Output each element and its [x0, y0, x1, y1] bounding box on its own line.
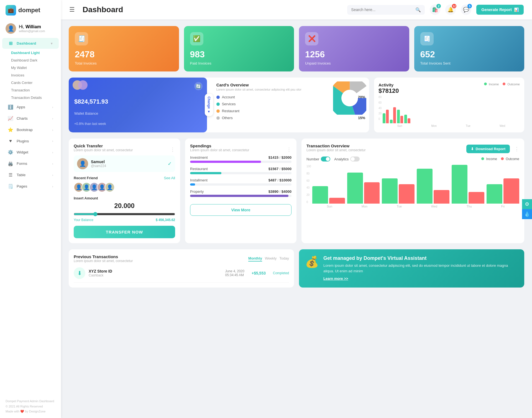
bell-notification-btn[interactable]: 🔔 12: [445, 4, 456, 15]
user-info: Hi, William william@gmail.com: [19, 24, 45, 33]
transfer-now-button[interactable]: TRANSFER NOW: [74, 226, 175, 238]
view-more-button[interactable]: View More: [190, 204, 291, 216]
message-notification-btn[interactable]: 💬 5: [461, 4, 471, 15]
spending-bar-fill: [190, 183, 195, 186]
footer-made: Made with ❤️ by DesignZone: [6, 409, 55, 414]
more-options-icon[interactable]: ⋮: [287, 147, 291, 153]
refresh-button[interactable]: 🔄: [194, 82, 203, 90]
check-icon: ✅: [193, 35, 200, 42]
activity-panel: Activity $78120 Income Outcome: [374, 78, 524, 132]
va-title: Get managed by Dompet's Virtual Assistan…: [323, 255, 518, 261]
download-report-button[interactable]: ⬇ Download Report: [466, 145, 510, 153]
spending-investment: Investment $1415 / $2000: [190, 155, 291, 163]
sidebar-item-dashboard[interactable]: ⊞ Dashboard ▼: [2, 38, 59, 49]
analytics-label: Analytics: [334, 157, 349, 161]
sidebar-item-pages[interactable]: 🗒️ Pages ›: [2, 181, 59, 192]
x-labels: SunMonTueWed: [383, 124, 520, 127]
tab-today[interactable]: Today: [279, 256, 289, 261]
activity-title: Activity: [378, 83, 399, 87]
search-input[interactable]: [351, 7, 413, 12]
insert-amount-label: Insert Amount: [74, 196, 175, 200]
analytics-toggle[interactable]: [350, 157, 360, 161]
more-options-icon[interactable]: ⋮: [170, 147, 175, 153]
pie-chart-svg: [333, 81, 366, 115]
outcome-legend-item: Outcome: [501, 157, 519, 161]
chevron-right-icon: ›: [52, 151, 53, 154]
recent-friend-header: Recent Friend See All: [74, 176, 175, 180]
prev-tx-row: Previous Transactions Lorem ipsum dolor …: [69, 249, 524, 288]
submenu-item-my-wallet[interactable]: My Wallet: [6, 64, 61, 71]
circle2: [78, 80, 88, 90]
shopping-notification-btn[interactable]: 🛍️ 2: [430, 4, 440, 15]
chevron-right-icon: ›: [52, 139, 53, 143]
account-dot: [216, 96, 220, 99]
sidebar-item-label: Widget: [17, 150, 28, 154]
va-learn-more-link[interactable]: Learn more >>: [323, 276, 518, 281]
sidebar-item-table[interactable]: ☰ Table ›: [2, 170, 59, 180]
invoice-icon: 🧾: [78, 35, 85, 42]
outcome-bar: [469, 192, 484, 204]
toggle-knob: [326, 157, 330, 161]
water-sticky-button[interactable]: 💧: [522, 209, 532, 219]
right-sticky-panel: ⚙ 💧: [522, 199, 532, 219]
sidebar-item-plugins[interactable]: ♥ Plugins ›: [2, 136, 59, 146]
water-icon: 💧: [524, 211, 530, 217]
submenu-item-dashboard-light[interactable]: Dashboard Light: [6, 49, 61, 57]
submenu-item-transaction-details[interactable]: Transaction Details: [6, 94, 61, 101]
tab-monthly[interactable]: Monthly: [248, 256, 262, 261]
outcome-bar: [364, 182, 380, 204]
spending-restaurant: Restaurant $1567 / $5000: [190, 167, 291, 174]
spending-bar-fill: [190, 172, 221, 174]
sidebar-item-label: Forms: [17, 161, 27, 166]
spending-bar-bg: [190, 195, 291, 197]
quick-transfer-subtitle: Lorem ipsum dolor sit amet, consectetur: [74, 148, 133, 152]
spending-property: Property $3890 / $4000: [190, 189, 291, 197]
wallet-circles: [73, 80, 88, 91]
activity-amount: $78120: [378, 87, 399, 94]
wallet-balance-amount: $824,571.93: [74, 98, 201, 105]
cards-overview-right: Card's Overview Lorem ipsum dolor sit am…: [207, 78, 369, 132]
number-toggle[interactable]: [321, 157, 330, 161]
tab-weekly[interactable]: Weekly: [265, 256, 277, 261]
charts-icon: 📈: [8, 116, 13, 121]
income-bar: [382, 178, 398, 204]
submenu-item-invoices[interactable]: Invoices: [6, 71, 61, 79]
main-content: ☰ Dashboard 🔍 🛍️ 2 🔔 12 💬 5 Generate Rep…: [61, 0, 532, 418]
content-area: 🧾 2478 Total Invoices ✅ 983 Paid Invoice…: [61, 19, 532, 418]
sidebar-item-label: Bootstrap: [17, 128, 33, 132]
wallet-balance-label: Wallet Balance: [74, 111, 201, 116]
balance-amount: $ 456,345.62: [156, 218, 175, 222]
unpaid-invoices-number: 1256: [305, 49, 403, 60]
sidebar-item-apps[interactable]: ℹ️ Apps ›: [2, 102, 59, 112]
bar-tue: [397, 110, 403, 123]
sidebar-item-widget[interactable]: ⚙️ Widget ›: [2, 147, 59, 158]
tx-date: June 4, 2020 05:34:45 AM: [225, 269, 244, 277]
sidebar-item-charts[interactable]: 📈 Charts ›: [2, 113, 59, 124]
footer-copy: © 2021 All Rights Reserved: [6, 404, 55, 409]
submenu-item-transaction[interactable]: Transaction: [6, 86, 61, 94]
change-button[interactable]: Change ▼: [205, 94, 213, 116]
number-toggle-group: Number: [306, 157, 330, 161]
submenu-item-dashboard-dark[interactable]: Dashboard Dark: [6, 57, 61, 64]
bar-mon: [347, 173, 380, 204]
more-options-icon[interactable]: ⋮: [514, 146, 519, 152]
tx-bars: [312, 165, 519, 204]
amount-slider[interactable]: [74, 212, 175, 216]
spending-bar-fill: [190, 161, 261, 163]
tx-type: Cashback: [89, 273, 112, 277]
tx-name: XYZ Store ID: [89, 269, 112, 273]
submenu-item-cards-center[interactable]: Cards Center: [6, 79, 61, 86]
spendings-header: Spendings Lorem ipsum dolor sit amet, co…: [190, 143, 291, 155]
settings-sticky-button[interactable]: ⚙: [522, 199, 532, 209]
see-all-link[interactable]: See All: [164, 176, 175, 180]
svg-point-4: [341, 90, 358, 106]
contact-avatar: 👤: [77, 158, 88, 169]
hamburger-icon[interactable]: ☰: [69, 6, 75, 13]
tx-bars-wrapper: SunMonTueWedThuFri: [312, 165, 519, 208]
sidebar-item-bootstrap[interactable]: ⭐ Bootstrap ›: [2, 124, 59, 135]
generate-report-button[interactable]: Generate Report 📊: [476, 5, 524, 15]
sidebar-item-forms[interactable]: 🖨️ Forms ›: [2, 158, 59, 169]
chevron-right-icon: ›: [52, 162, 53, 165]
bar-wed: [417, 169, 449, 204]
forms-icon: 🖨️: [8, 161, 13, 166]
